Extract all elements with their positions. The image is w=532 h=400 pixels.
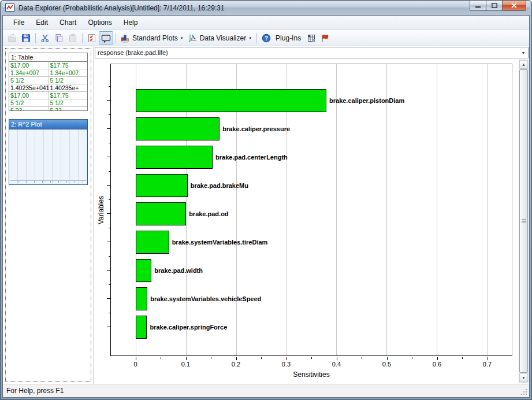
table-cell: $17.00 [9, 62, 49, 69]
y-tick [109, 256, 110, 257]
copy-button[interactable] [52, 31, 66, 45]
r2-plot-thumbnail-panel[interactable]: 2: R^2 Plot [9, 119, 88, 185]
table-cell: 5.23 [9, 107, 49, 110]
status-text: For Help, press F1 [6, 387, 64, 395]
table-body: $17.00$17.75 1.34e+0071.34e+007 5 1/25 1… [9, 62, 87, 110]
standard-plots-button[interactable]: Standard Plots ▼ [118, 31, 186, 45]
toolbar-separator [82, 33, 83, 43]
help-icon: ? [262, 34, 271, 43]
bar[interactable] [136, 287, 147, 310]
scrollbar-thumb[interactable] [519, 69, 528, 373]
close-icon [511, 3, 517, 8]
bar-label: brake.systemVariables.tireDiam [172, 239, 268, 246]
bar[interactable] [136, 117, 220, 140]
scroll-down-icon: ▼ [522, 376, 526, 380]
menu-item-options[interactable]: Options [82, 16, 117, 29]
bar-label: brake.pad.centerLength [215, 154, 288, 161]
response-selector[interactable]: response (brake.pad.life) ▼ [95, 47, 529, 58]
x-tick [261, 357, 262, 359]
bar-row: brake.systemVariables.tireDiam [111, 228, 512, 256]
bar-row: brake.caliper.springForce [111, 313, 512, 341]
sidebar: 1: Table $17.00$17.75 1.34e+0071.34e+007… [3, 46, 94, 384]
r2-axis-ticks [10, 180, 86, 183]
menu-bar: File Edit Chart Options Help [3, 16, 529, 30]
x-tick-label: 0 [133, 361, 137, 368]
y-tick [107, 185, 110, 186]
maximize-button[interactable] [486, 1, 503, 11]
table-row: $17.00$17.75 [9, 92, 87, 99]
x-tick [488, 357, 488, 360]
plugin-flag-button[interactable] [318, 31, 332, 45]
data-visualizer-button[interactable]: Data Visualizer ▼ [186, 31, 254, 45]
save-button[interactable] [19, 31, 33, 45]
bar-row: brake.pad.width [111, 256, 512, 284]
menu-item-help[interactable]: Help [118, 16, 144, 29]
x-tick [287, 357, 287, 360]
chevron-down-icon: ▼ [248, 36, 252, 40]
scroll-up-button[interactable]: ▲ [519, 60, 528, 69]
app-icon [5, 3, 15, 12]
x-tick [362, 357, 362, 359]
flag-icon [321, 34, 330, 43]
cut-button[interactable] [38, 31, 52, 45]
bar-row: brake.pad.od [111, 199, 512, 228]
save-icon [21, 34, 31, 43]
bar[interactable] [136, 231, 169, 254]
menu-item-edit[interactable]: Edit [30, 16, 54, 29]
close-button[interactable] [502, 1, 526, 11]
table-cell: $17.75 [49, 92, 88, 99]
chevron-down-icon[interactable]: ▼ [519, 51, 528, 55]
svg-text:?: ? [265, 35, 268, 41]
x-axis: 00.10.20.30.40.50.60.7 [110, 357, 512, 370]
y-tick [107, 327, 110, 327]
x-tick-label: 0.5 [382, 361, 391, 368]
bar[interactable] [136, 202, 186, 225]
table-cell: 1.40235e+041 [9, 84, 49, 91]
bar[interactable] [136, 316, 147, 339]
checklist-icon [87, 34, 96, 43]
y-tick [107, 100, 110, 101]
x-axis-title: Sensitivities [110, 371, 512, 379]
scroll-down-button[interactable]: ▼ [519, 373, 528, 382]
app-window: Data Explorer (Probabilistic Analysis)[U… [0, 0, 532, 400]
chart-canvas: Variables brake.caliper.pistonDiambrake.… [94, 59, 519, 384]
y-tick [109, 313, 110, 313]
x-tick-label: 0.4 [332, 361, 341, 368]
vertical-scrollbar[interactable]: ▲ ▼ [519, 60, 529, 383]
table-row: 1.40235e+0411.40235e+ [9, 84, 87, 92]
bar-label: brake.caliper.springForce [150, 324, 227, 331]
plugin-grid-button[interactable] [304, 31, 318, 45]
copy-icon [54, 34, 64, 43]
toolbar-separator [116, 33, 116, 43]
bar[interactable] [136, 146, 213, 169]
bar-row: brake.caliper.pistonDiam [111, 86, 512, 114]
table-thumbnail-panel[interactable]: 1: Table $17.00$17.75 1.34e+0071.34e+007… [9, 53, 88, 111]
table-cell: 1.34e+007 [49, 69, 88, 76]
menu-item-chart[interactable]: Chart [54, 16, 82, 29]
export-button[interactable] [5, 31, 19, 45]
y-tick [107, 157, 110, 157]
r2-panel-header[interactable]: 2: R^2 Plot [9, 120, 87, 129]
paste-icon [68, 34, 77, 43]
bar[interactable] [136, 89, 326, 112]
response-selector-value: response (brake.pad.life) [95, 49, 519, 56]
help-button[interactable]: ? [259, 31, 273, 45]
toolbar: Standard Plots ▼ Data Visualizer ▼ [3, 30, 529, 46]
bar[interactable] [136, 174, 187, 197]
toolbar-separator [35, 33, 36, 43]
minimize-icon [475, 3, 481, 8]
bar-row: brake.pad.brakeMu [111, 171, 512, 199]
resize-grip-icon[interactable] [520, 388, 528, 396]
checklist-button[interactable] [85, 31, 99, 45]
table-panel-header[interactable]: 1: Table [9, 53, 87, 62]
table-cell: 1.34e+007 [9, 69, 49, 76]
paste-button[interactable] [66, 31, 80, 45]
x-tick [462, 357, 463, 359]
minimize-button[interactable] [470, 1, 486, 11]
menu-item-file[interactable]: File [8, 16, 30, 29]
export-icon [8, 34, 17, 43]
bar[interactable] [136, 259, 151, 282]
comment-button[interactable] [99, 31, 113, 45]
bar-row: brake.caliper.pressure [111, 114, 512, 143]
x-tick-label: 0.6 [433, 361, 441, 368]
